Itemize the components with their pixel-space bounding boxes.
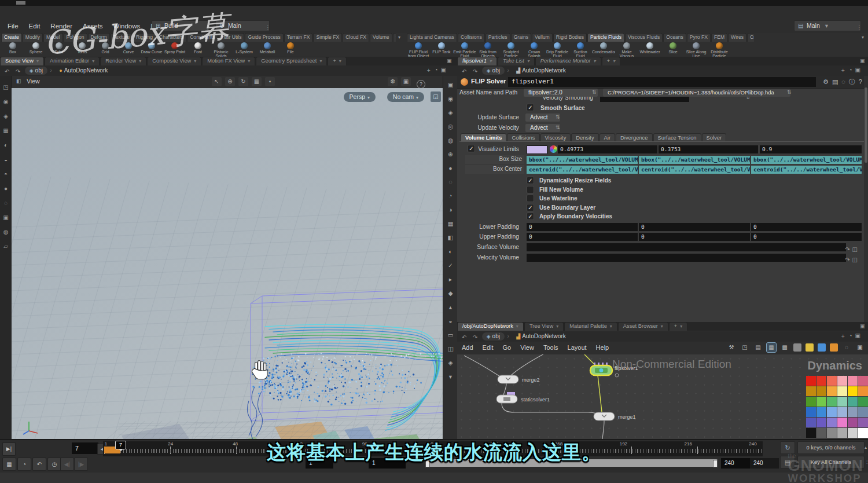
forward-icon[interactable]: ↷ <box>16 67 20 76</box>
spinner-icon[interactable]: ⇅ <box>556 114 560 120</box>
right-desktop-handle[interactable]: ⋮ <box>856 24 862 31</box>
palette-swatch[interactable] <box>858 407 868 417</box>
playbar-option-icon[interactable]: ▦ <box>2 458 16 471</box>
pane-split-icon[interactable]: ▣ <box>447 58 452 64</box>
pathbar-icons[interactable]: ＋◔▣ <box>840 332 864 340</box>
expression-field[interactable]: centroid("../../waterwheel_tool/VOL <box>639 166 750 174</box>
checkbox-row[interactable]: ✓ Use Waterline <box>527 195 612 204</box>
checkbox-row[interactable]: ✓ Use Boundary Layer <box>527 204 612 213</box>
display-option-icon[interactable]: ◔ <box>445 191 456 201</box>
display-option-icon[interactable]: ▾ <box>445 372 456 382</box>
spinner-icon[interactable]: ⇅ <box>592 89 597 95</box>
pane-tab[interactable]: Geometry Spreadsheet▾ <box>256 57 327 65</box>
display-option-icon[interactable]: ◌ <box>445 177 456 187</box>
tool-icon[interactable]: ◈ <box>0 113 12 119</box>
shelf-tool[interactable]: Emit Particle Fluid <box>453 42 476 57</box>
camera-icon[interactable]: ▣ <box>855 343 865 352</box>
section-tab[interactable]: Solver <box>702 133 727 142</box>
shelf-tool[interactable]: FLIP Fluid from Object <box>407 42 430 57</box>
palette-swatch[interactable] <box>848 407 858 417</box>
shelf-tool[interactable]: Spray Paint <box>163 42 186 57</box>
forward-icon[interactable]: ↷ <box>473 332 477 342</box>
right-desktop-selector[interactable]: ▤Main ▾ <box>794 20 861 31</box>
shelf-tab[interactable]: Grains <box>511 33 531 42</box>
camera-icon[interactable]: ▣ <box>401 77 411 86</box>
tab-menu-icon[interactable]: ▾ <box>594 58 596 64</box>
viewport-tool-icon[interactable]: ⊕ <box>225 77 235 86</box>
numeric-field[interactable]: 0 <box>751 223 862 231</box>
palette-swatch[interactable] <box>806 386 816 396</box>
tab-menu-icon[interactable]: ▾ <box>661 324 663 329</box>
shelf-tab[interactable]: Texture <box>111 33 133 42</box>
palette-swatch[interactable] <box>806 407 816 417</box>
shelf-tool[interactable]: Sink from Objects <box>476 42 499 57</box>
section-tab[interactable]: Air <box>599 133 615 142</box>
breadcrumb-root[interactable]: ◈obj <box>482 332 505 341</box>
display-option-icon[interactable]: ⊕ <box>445 149 456 159</box>
palette-swatch[interactable] <box>837 428 847 438</box>
display-option-icon[interactable]: ▭ <box>445 330 456 340</box>
range-end-field[interactable]: 240 <box>721 458 750 469</box>
shelf-tab[interactable]: Terrain FX <box>284 33 313 42</box>
network-editor[interactable]: merge2 staticsolver1 flipsolver1 me <box>457 354 868 439</box>
palette-swatch[interactable] <box>806 418 816 427</box>
breadcrumb-node[interactable]: ▟AutoDopNetwork <box>512 67 571 75</box>
node-merge2[interactable]: merge2 <box>498 375 540 383</box>
playhead-flag[interactable]: 7 <box>115 441 126 449</box>
display-option-icon[interactable]: ▦ <box>445 219 456 229</box>
desktop-handle[interactable]: ⋮ <box>205 24 211 31</box>
shelf-tab[interactable]: Constraints <box>187 33 218 42</box>
view-layout-icon[interactable]: ◲ <box>431 92 441 102</box>
shelf-tool[interactable]: Slice Along Line <box>685 42 708 57</box>
snapshot-chip-icon[interactable] <box>818 343 826 352</box>
shelf-tab[interactable]: Lights and Cameras <box>407 33 457 42</box>
shelf-tool[interactable]: Grid <box>94 42 117 57</box>
tool-icon[interactable]: ◳ <box>0 84 12 90</box>
palette-swatch[interactable] <box>806 397 816 407</box>
network-menu-item[interactable]: Help <box>591 342 614 354</box>
tool-icon[interactable]: ◓ <box>0 171 12 177</box>
checkbox[interactable]: ✓ <box>527 195 534 202</box>
breadcrumb-root[interactable]: ◈obj <box>482 67 505 75</box>
shelf-tool[interactable]: Sculpted Particle Fluid <box>499 42 523 57</box>
checkbox[interactable]: ✓ <box>527 177 534 184</box>
palette-swatch[interactable] <box>848 428 858 438</box>
shelf-tool[interactable]: Slice <box>661 42 685 57</box>
shelf-tool[interactable]: Draw Curve <box>140 42 163 57</box>
network-menu-item[interactable]: Tools <box>539 342 563 354</box>
range-handle-right[interactable] <box>713 460 718 467</box>
param-scrollbar[interactable] <box>864 76 868 322</box>
palette-swatch[interactable] <box>837 397 847 407</box>
menu-item[interactable]: Assets <box>78 21 108 32</box>
palette-swatch[interactable] <box>858 376 868 386</box>
pane-tab[interactable]: Material Palette▾ <box>564 322 617 331</box>
section-tab[interactable]: Density <box>571 133 598 142</box>
numeric-field[interactable]: 0.49773 <box>558 145 657 153</box>
param-field[interactable] <box>600 97 689 102</box>
update-surface-dropdown[interactable]: Advect <box>525 114 560 122</box>
tool-icon[interactable]: ▣ <box>0 214 12 221</box>
cache-chip-icon[interactable] <box>830 343 838 352</box>
palette-swatch[interactable] <box>837 418 847 427</box>
shelf-tool[interactable]: Platonic Solids <box>209 42 233 57</box>
display-option-icon[interactable]: ▸ <box>445 275 456 284</box>
spinner-icon[interactable]: ⇅ <box>556 125 560 130</box>
shelf-tool[interactable]: Torus <box>71 42 94 57</box>
display-option-icon[interactable]: ● <box>445 163 456 173</box>
palette-swatch[interactable] <box>816 386 826 396</box>
network-menu-item[interactable]: Edit <box>478 342 498 354</box>
display-option-icon[interactable]: ✓ <box>445 261 456 270</box>
asset-path-field[interactable]: C:/PROGRA~1/SIDEEF~1/HOUDIN~1.383/houdin… <box>603 89 790 97</box>
display-option-icon[interactable]: ◈ <box>445 358 456 368</box>
playbar-option-icon[interactable]: ↶ <box>32 458 46 471</box>
palette-swatch[interactable] <box>816 376 826 386</box>
numeric-field[interactable]: 0 <box>639 233 750 241</box>
tool-icon[interactable]: ◉ <box>0 98 12 105</box>
palette-swatch[interactable] <box>837 376 847 386</box>
expression-field[interactable]: bbox("../../waterwheel_tool/VOLUME <box>751 156 862 164</box>
pane-tab[interactable]: Animation Editor▾ <box>45 57 100 65</box>
auto-key-icon[interactable]: ↻ <box>780 441 795 454</box>
shelf-tab[interactable]: Polygon <box>64 33 87 42</box>
display-option-icon[interactable]: ◆ <box>445 288 456 298</box>
tab-menu-icon[interactable]: ▾ <box>339 58 341 64</box>
